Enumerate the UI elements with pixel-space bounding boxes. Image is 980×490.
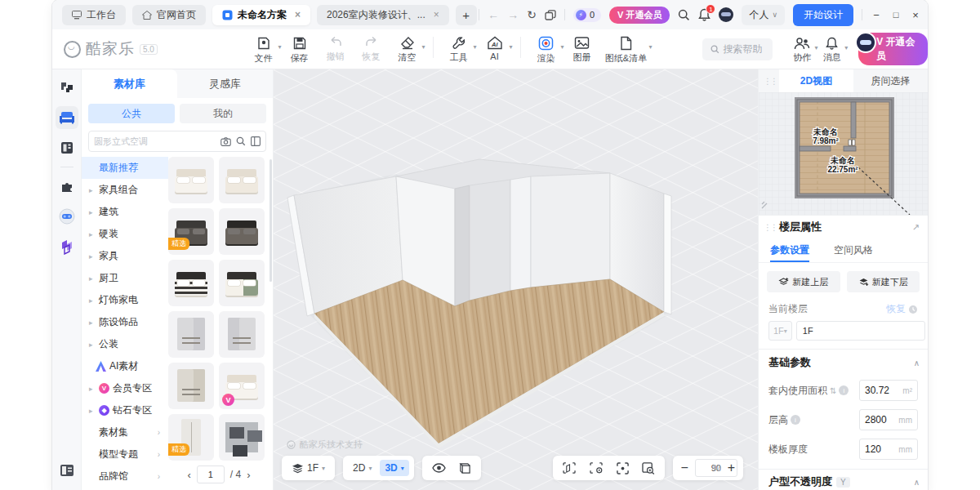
- category-item[interactable]: ▸公装: [82, 333, 168, 355]
- page-input[interactable]: [197, 466, 225, 483]
- drag-handle-icon[interactable]: ⋮⋮: [764, 223, 779, 232]
- ai-button[interactable]: Ai AI▾: [478, 33, 512, 61]
- zoom-region-button[interactable]: [637, 460, 660, 477]
- messages-button[interactable]: 消息▾: [817, 34, 848, 64]
- collapse-icon[interactable]: ∧: [914, 359, 920, 368]
- tab-design-doc[interactable]: 2026室内装修设计、... ×: [317, 5, 449, 25]
- close-button[interactable]: ×: [910, 9, 921, 21]
- visibility-button[interactable]: [427, 461, 451, 475]
- category-item[interactable]: ▸厨卫: [82, 267, 168, 289]
- copy-icon[interactable]: [545, 10, 556, 20]
- new-lower-floor-button[interactable]: 新建下层: [847, 271, 920, 292]
- close-tab-icon[interactable]: ×: [434, 9, 439, 20]
- clear-button[interactable]: 清空▾: [390, 33, 425, 64]
- floor-height-input[interactable]: 2800 mm: [859, 409, 918, 430]
- floor-select[interactable]: 1F▾: [287, 460, 330, 476]
- mode-2d-button[interactable]: 2D▾: [348, 460, 376, 476]
- category-item-model-topics[interactable]: 模型专题›: [82, 443, 168, 466]
- category-item[interactable]: ▸灯饰家电: [82, 289, 168, 311]
- tab-inspiration-library[interactable]: 灵感库: [177, 69, 273, 98]
- category-item[interactable]: ▸家具组合: [82, 179, 168, 201]
- tab-home[interactable]: 官网首页: [132, 5, 206, 25]
- slab-thickness-input[interactable]: 120 mm: [859, 439, 918, 460]
- tab-material-library[interactable]: 素材库: [82, 69, 177, 98]
- mode-3d-button[interactable]: 3D▾: [380, 460, 408, 476]
- next-page-icon[interactable]: ›: [247, 469, 250, 481]
- category-item[interactable]: 最新推荐: [82, 157, 168, 179]
- undo-button[interactable]: 撤销: [318, 33, 353, 63]
- product-thumbnail[interactable]: [168, 260, 214, 306]
- tab-parameter-settings[interactable]: 参数设置: [770, 238, 809, 262]
- category-item-brands[interactable]: 品牌馆›: [82, 466, 168, 488]
- furniture-library-icon[interactable]: [56, 106, 78, 129]
- forward-icon[interactable]: →: [507, 9, 519, 20]
- viewport-3d[interactable]: 酷家乐技术支持 1F▾ 2D▾ 3D▾: [274, 69, 758, 490]
- coin-balance[interactable]: ⚡ 0: [573, 8, 601, 22]
- minimize-button[interactable]: −: [871, 9, 882, 21]
- product-thumbnail[interactable]: 精选: [168, 414, 214, 461]
- help-search[interactable]: 搜索帮助: [702, 38, 773, 60]
- prev-page-icon[interactable]: ‹: [187, 469, 190, 481]
- product-thumbnail[interactable]: [168, 311, 214, 358]
- category-item-diamond[interactable]: ▸◆钻石专区: [82, 399, 168, 421]
- category-item[interactable]: ▸陈设饰品: [82, 311, 168, 333]
- account-menu[interactable]: 个人 ∨: [742, 5, 785, 25]
- album-button[interactable]: 图册: [565, 33, 599, 64]
- refresh-icon[interactable]: ↻: [527, 9, 537, 20]
- assistant-avatar[interactable]: [719, 7, 733, 22]
- render-button[interactable]: 渲染▾: [529, 33, 564, 65]
- master-tool-icon[interactable]: [56, 235, 78, 258]
- subtab-mine[interactable]: 我的: [180, 104, 266, 123]
- notifications-button[interactable]: 1: [698, 8, 710, 21]
- save-button[interactable]: 保存: [283, 33, 317, 65]
- maximize-button[interactable]: □: [890, 10, 902, 20]
- tab-room-select[interactable]: 房间选择: [853, 69, 928, 92]
- product-thumbnail[interactable]: [219, 208, 265, 255]
- construction-blocks-icon[interactable]: [56, 76, 78, 99]
- sort-icon[interactable]: ⇅: [830, 386, 836, 395]
- product-thumbnail[interactable]: V: [219, 363, 265, 409]
- scrollbar[interactable]: [270, 159, 272, 282]
- collapse-panel-icon[interactable]: [56, 459, 78, 482]
- zoom-out-button[interactable]: −: [678, 461, 692, 475]
- tab-2d-view[interactable]: 2D视图: [779, 69, 853, 92]
- category-item-ai[interactable]: AI素材: [82, 355, 168, 377]
- camera-settings-button[interactable]: [585, 460, 608, 476]
- file-button[interactable]: 文件▾: [247, 33, 281, 65]
- area-input[interactable]: 30.72 m²: [859, 380, 918, 401]
- category-item-collections[interactable]: 素材集›: [82, 421, 168, 443]
- tab-workbench[interactable]: 工作台: [62, 5, 126, 25]
- minimap-2d[interactable]: 未命名 7.98m² 未命名 22.75m²: [759, 92, 928, 215]
- collapse-icon[interactable]: ∧: [914, 478, 920, 487]
- product-thumbnail[interactable]: [219, 414, 265, 461]
- focus-center-button[interactable]: [612, 460, 634, 477]
- drawings-list-button[interactable]: 图纸&清单▾: [601, 33, 652, 65]
- category-item-vip[interactable]: ▸V会员专区: [82, 377, 168, 399]
- start-design-button[interactable]: 开始设计: [793, 4, 853, 26]
- back-icon[interactable]: ←: [488, 9, 499, 20]
- search-icon[interactable]: [678, 9, 690, 21]
- drag-handle-icon[interactable]: ⋮⋮: [759, 69, 779, 92]
- search-icon[interactable]: [236, 136, 246, 146]
- split-view-icon[interactable]: [251, 136, 261, 146]
- collaborate-button[interactable]: 协作▾: [787, 34, 817, 64]
- new-upper-floor-button[interactable]: 新建上层: [767, 271, 840, 292]
- category-item[interactable]: ▸硬装: [82, 223, 168, 245]
- tools-button[interactable]: 工具▾: [442, 33, 476, 64]
- product-thumbnail[interactable]: [168, 157, 214, 203]
- orbit-cube-button[interactable]: [454, 460, 476, 477]
- restore-button[interactable]: 恢复: [886, 302, 918, 316]
- category-item[interactable]: ▸建筑: [82, 201, 168, 223]
- viewpoint-frame-button[interactable]: [558, 460, 581, 476]
- zoom-in-button[interactable]: +: [724, 461, 738, 475]
- vip-upgrade-button[interactable]: V 开通会员: [609, 7, 670, 24]
- redo-button[interactable]: 恢复: [354, 33, 389, 63]
- vr-sphere-icon[interactable]: [56, 205, 78, 228]
- new-tab-button[interactable]: +: [456, 5, 477, 25]
- tab-space-style[interactable]: 空间风格: [834, 238, 873, 262]
- floor-name-input[interactable]: [796, 321, 925, 341]
- product-thumbnail[interactable]: [219, 260, 265, 306]
- product-thumbnail[interactable]: [168, 363, 214, 409]
- floor-dropdown[interactable]: 1F ▾: [768, 321, 792, 341]
- plugin-puzzle-icon[interactable]: [56, 175, 78, 198]
